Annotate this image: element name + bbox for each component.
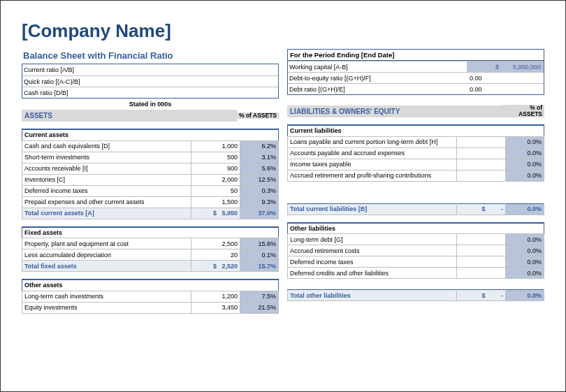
other-assets-table: Other assets Long-term cash investments1… bbox=[22, 279, 279, 314]
period-ratios-box: For the Period Ending [End Date] Working… bbox=[287, 49, 544, 95]
ratio-row: Debt-to-equity ratio [(G+H)/F]0.00 bbox=[288, 72, 544, 83]
current-assets-table: Current assets Cash and cash equivalents… bbox=[22, 129, 279, 219]
other-liabilities-table: Other liabilities Long-term debt [G]0.0%… bbox=[287, 222, 544, 302]
ratio-row: Current ratio [A/B] bbox=[22, 64, 278, 75]
period-heading: For the Period Ending [End Date] bbox=[288, 50, 544, 61]
section-header: Other assets bbox=[22, 280, 279, 291]
left-column: Balance Sheet with Financial Ratio Curre… bbox=[22, 48, 279, 314]
ratio-row: Quick ratio [(A-C)/B] bbox=[22, 75, 278, 87]
section-header: Current liabilities bbox=[288, 125, 544, 136]
balance-sheet-document: [Company Name] Balance Sheet with Financ… bbox=[0, 0, 566, 392]
current-liabilities-table: Current liabilities Loans payable and cu… bbox=[287, 124, 544, 215]
company-name: [Company Name] bbox=[22, 20, 544, 42]
ratio-row: Debt ratio [(G+H)/E]0.00 bbox=[288, 83, 544, 94]
stated-in-label: Stated in 000s bbox=[22, 101, 279, 108]
section-header: Other liabilities bbox=[288, 223, 544, 234]
ratio-row: Cash ratio [D/B] bbox=[22, 87, 278, 98]
document-subtitle: Balance Sheet with Financial Ratio bbox=[22, 48, 279, 64]
pct-of-assets-heading: % of ASSETS bbox=[237, 112, 279, 119]
assets-heading: ASSETS bbox=[22, 110, 237, 122]
fixed-assets-table: Fixed assets Property, plant and equipme… bbox=[22, 226, 279, 273]
ratios-left-box: Current ratio [A/B] Quick ratio [(A-C)/B… bbox=[22, 64, 279, 99]
ratio-row: Working capital [A-B]$ 5,950,000 bbox=[288, 61, 544, 72]
right-column: For the Period Ending [End Date] Working… bbox=[287, 48, 544, 314]
liabilities-heading: LIABILITIES & OWNERS' EQUITY bbox=[287, 106, 502, 117]
pct-of-assets-heading: % ofASSETS bbox=[502, 105, 544, 117]
section-header: Current assets bbox=[22, 129, 279, 140]
section-header: Fixed assets bbox=[22, 227, 279, 238]
